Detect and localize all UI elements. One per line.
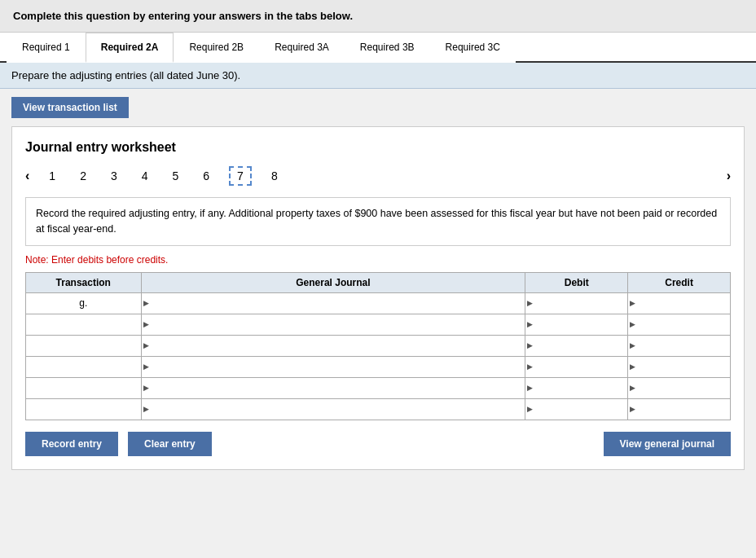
page-2[interactable]: 2 [75, 168, 91, 184]
general-journal-cell-6[interactable] [141, 398, 525, 420]
credit-input-1[interactable] [628, 293, 730, 314]
general-journal-cell-5[interactable] [141, 377, 525, 398]
transaction-cell-3 [26, 335, 142, 356]
credit-cell-6[interactable] [628, 398, 731, 420]
table-row [26, 398, 731, 420]
credit-input-6[interactable] [628, 399, 730, 420]
credit-input-5[interactable] [628, 378, 730, 398]
banner-text: Complete this question by entering your … [13, 10, 353, 22]
general-journal-cell-4[interactable] [141, 356, 525, 377]
table-row [26, 314, 731, 335]
page-1[interactable]: 1 [44, 168, 60, 184]
record-entry-button[interactable]: Record entry [25, 432, 118, 456]
tab-required2b[interactable]: Required 2B [174, 33, 259, 63]
tab-required3b[interactable]: Required 3B [345, 33, 430, 63]
clear-entry-button[interactable]: Clear entry [128, 432, 212, 456]
next-page-arrow[interactable]: › [727, 169, 731, 183]
general-journal-input-3[interactable] [142, 336, 525, 356]
general-journal-input-2[interactable] [142, 314, 525, 335]
tab-required3c[interactable]: Required 3C [430, 33, 516, 63]
credit-cell-5[interactable] [628, 377, 731, 398]
pagination: ‹ 1 2 3 4 5 6 7 8 › [25, 166, 731, 186]
page-3[interactable]: 3 [106, 168, 122, 184]
transaction-cell-4 [26, 356, 142, 377]
tabs-bar: Required 1 Required 2A Required 2B Requi… [0, 33, 756, 63]
debit-cell-3[interactable] [525, 335, 628, 356]
debit-cell-6[interactable] [525, 398, 628, 420]
banner: Complete this question by entering your … [0, 0, 756, 33]
transaction-cell-2 [26, 314, 142, 335]
general-journal-cell-2[interactable] [141, 314, 525, 335]
view-general-journal-button[interactable]: View general journal [604, 432, 731, 456]
bottom-buttons: Record entry Clear entry View general jo… [25, 432, 731, 456]
debit-input-1[interactable] [525, 293, 627, 314]
description-box: Record the required adjusting entry, if … [25, 197, 731, 246]
credit-cell-3[interactable] [628, 335, 731, 356]
table-row [26, 356, 731, 377]
col-header-debit: Debit [525, 272, 628, 292]
view-transaction-button[interactable]: View transaction list [11, 97, 129, 118]
page-6[interactable]: 6 [198, 168, 214, 184]
general-journal-cell-3[interactable] [141, 335, 525, 356]
credit-input-2[interactable] [628, 314, 730, 335]
worksheet-container: Journal entry worksheet ‹ 1 2 3 4 5 6 7 … [11, 126, 745, 470]
general-journal-input-6[interactable] [142, 399, 525, 420]
page-5[interactable]: 5 [168, 168, 184, 184]
transaction-cell-5 [26, 377, 142, 398]
page-7[interactable]: 7 [229, 166, 252, 186]
credit-cell-4[interactable] [628, 356, 731, 377]
table-row: g. [26, 292, 731, 314]
transaction-cell-6 [26, 398, 142, 420]
general-journal-input-5[interactable] [142, 378, 525, 398]
table-row [26, 335, 731, 356]
tab-required1[interactable]: Required 1 [7, 33, 86, 63]
credit-input-3[interactable] [628, 336, 730, 356]
debit-cell-4[interactable] [525, 356, 628, 377]
col-header-transaction: Transaction [26, 272, 142, 292]
debit-cell-1[interactable] [525, 292, 628, 314]
instruction-bar: Prepare the adjusting entries (all dated… [0, 63, 756, 89]
debit-cell-5[interactable] [525, 377, 628, 398]
general-journal-input-1[interactable] [142, 293, 525, 314]
debit-cell-2[interactable] [525, 314, 628, 335]
journal-table: Transaction General Journal Debit Credit… [25, 272, 731, 420]
credit-cell-2[interactable] [628, 314, 731, 335]
general-journal-cell-1[interactable] [141, 292, 525, 314]
credit-cell-1[interactable] [628, 292, 731, 314]
description-text: Record the required adjusting entry, if … [36, 208, 717, 235]
instruction-text: Prepare the adjusting entries (all dated… [11, 69, 240, 81]
credit-input-4[interactable] [628, 357, 730, 377]
worksheet-title: Journal entry worksheet [25, 140, 731, 155]
transaction-cell-1: g. [26, 292, 142, 314]
debit-input-4[interactable] [525, 357, 627, 377]
general-journal-input-4[interactable] [142, 357, 525, 377]
table-row [26, 377, 731, 398]
prev-page-arrow[interactable]: ‹ [25, 169, 29, 183]
note-text: Note: Enter debits before credits. [25, 254, 731, 266]
tab-required3a[interactable]: Required 3A [259, 33, 345, 63]
debit-input-5[interactable] [525, 378, 627, 398]
debit-input-2[interactable] [525, 314, 627, 335]
tab-required2a[interactable]: Required 2A [86, 33, 174, 63]
col-header-general-journal: General Journal [141, 272, 525, 292]
page-4[interactable]: 4 [137, 168, 153, 184]
page-8[interactable]: 8 [266, 168, 283, 184]
col-header-credit: Credit [628, 272, 731, 292]
debit-input-3[interactable] [525, 336, 627, 356]
debit-input-6[interactable] [525, 399, 627, 420]
